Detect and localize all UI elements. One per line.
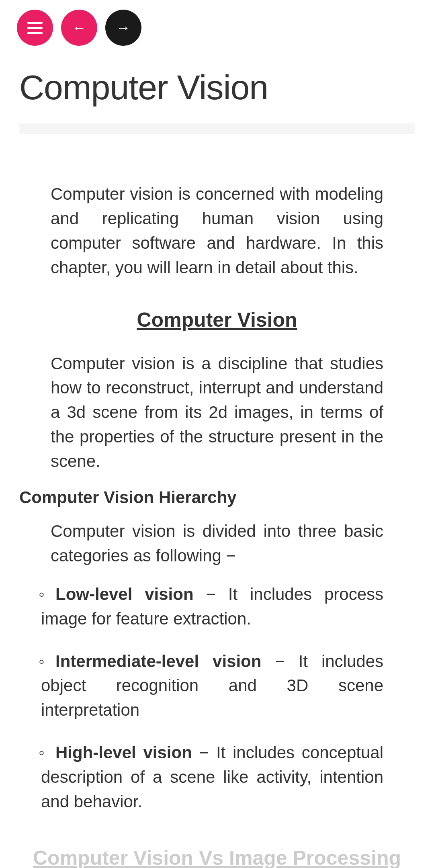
list-item-title: Low-level vision: [55, 585, 194, 604]
section-body-cv: Computer vision is a discipline that stu…: [19, 352, 415, 474]
intro-paragraph: Computer vision is concerned with modeli…: [19, 182, 415, 280]
arrow-right-icon: →: [116, 19, 131, 36]
section-heading-vs-ip: Computer Vision Vs Image Processing: [19, 846, 415, 868]
menu-button[interactable]: [17, 10, 53, 46]
back-button[interactable]: ←: [61, 10, 97, 46]
list-item: ◦ Intermediate-level vision − It include…: [19, 649, 415, 723]
bullet-icon: ◦: [39, 582, 45, 607]
list-item: ◦ High-level vision − It includes concep…: [19, 741, 415, 814]
hamburger-icon: [27, 22, 43, 34]
forward-button[interactable]: →: [105, 10, 141, 46]
bullet-icon: ◦: [39, 649, 45, 674]
bullet-icon: ◦: [39, 741, 45, 765]
list-item-title: High-level vision: [55, 743, 192, 762]
list-item-title: Intermediate-level vision: [55, 652, 261, 671]
section-heading-cv: Computer Vision: [19, 308, 415, 332]
hierarchy-intro: Computer vision is divided into three ba…: [19, 519, 415, 568]
top-navigation: ← →: [0, 0, 434, 55]
list-item: ◦ Low-level vision − It includes process…: [19, 582, 415, 631]
arrow-left-icon: ←: [72, 19, 86, 36]
hierarchy-heading: Computer Vision Hierarchy: [19, 488, 415, 507]
divider: [19, 123, 415, 134]
page-title: Computer Vision: [0, 55, 434, 123]
content-area: Computer vision is concerned with modeli…: [0, 182, 434, 868]
